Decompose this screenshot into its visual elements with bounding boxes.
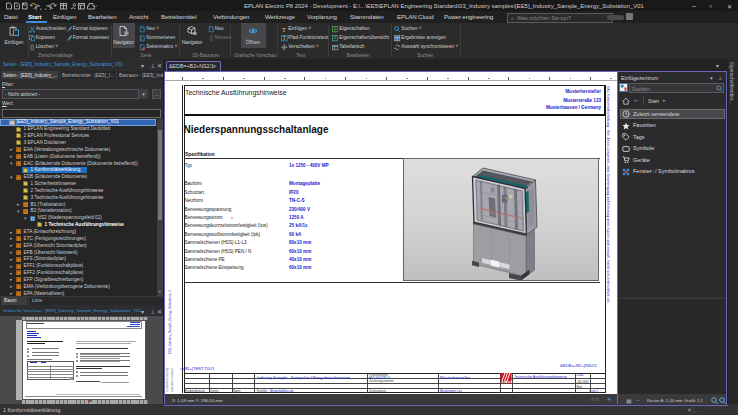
svg-text:T: T [282,26,286,33]
svg-text:EPLAN: EPLAN [501,381,513,384]
svg-text:1: 1 [141,37,143,41]
svg-text:T: T [283,35,287,41]
